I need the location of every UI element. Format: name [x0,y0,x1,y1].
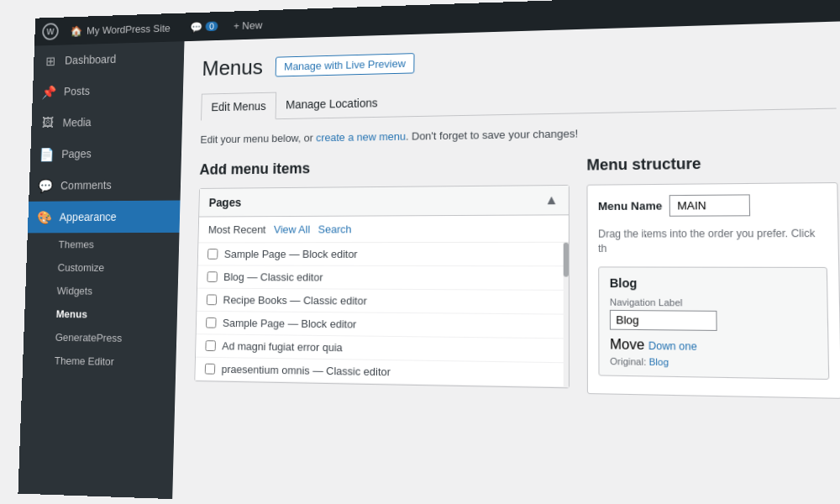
house-icon: 🏠 [70,24,82,36]
manage-preview-button[interactable]: Manage with Live Preview [276,53,415,76]
submenu-customize[interactable]: Customize [26,256,179,280]
dashboard-icon: ⊞ [43,53,58,69]
pages-box: Pages ▲ Most Recent View All Search [194,185,570,388]
menu-name-input[interactable] [669,194,750,216]
page-checkbox-6[interactable] [205,364,216,375]
menu-name-row: Menu Name [598,194,827,217]
page-checkbox-4[interactable] [206,318,217,328]
drag-hint-text: Drag the items into the order you prefer… [598,226,827,255]
page-item-label: Ad magni fugiat error quia [222,339,343,354]
new-item[interactable]: + New [234,18,263,31]
page-title: Menus [202,55,263,81]
content-area: Menus Manage with Live Preview Edit Menu… [172,21,840,504]
pages-filter: Most Recent View All Search [198,215,569,243]
nav-label-section: Navigation Label [610,297,816,332]
sidebar-menu: ⊞ Dashboard 📌 Posts 🖼 Media 📄 [28,41,185,233]
blog-item-title: Blog [610,276,816,291]
pages-box-header: Pages ▲ [199,186,569,218]
create-menu-link[interactable]: create a new menu [316,130,406,144]
page-item-label: Sample Page — Block editor [223,317,357,330]
pages-list: Sample Page — Block editor Blog — Classi… [195,243,569,388]
pages-box-arrow-icon[interactable]: ▲ [544,192,558,207]
left-column: Add menu items Pages ▲ Most Recent View … [194,157,570,394]
view-all-link[interactable]: View All [274,223,310,236]
submenu-themes[interactable]: Themes [27,233,180,256]
tab-edit-menus[interactable]: Edit Menus [201,92,276,121]
admin-bar-items: 💬 0 + New [190,18,262,33]
page-checkbox-5[interactable] [205,340,216,351]
description-prefix: Edit your menu below, or [200,132,316,146]
appearance-icon: 🎨 [37,209,52,225]
tab-manage-locations[interactable]: Manage Locations [276,90,388,119]
description-text: Edit your menu below, or create a new me… [200,123,837,145]
media-icon: 🖼 [40,115,55,131]
page-item-label: Blog — Classic editor [223,270,323,283]
admin-bar-site: 🏠 My WordPress Site [70,22,170,37]
nav-label-input[interactable] [610,309,717,330]
new-label: + New [234,18,263,31]
comments-icon: 💬 [38,178,53,194]
site-name-label[interactable]: My WordPress Site [87,22,171,36]
page-item-label: Sample Page — Block editor [224,248,358,260]
description-suffix: . Don't forget to save your changes! [406,127,578,142]
pages-icon: 📄 [39,146,54,162]
page-item-label: Recipe Books — Classic editor [223,294,366,307]
page-checkbox-1[interactable] [207,249,218,260]
nav-label-text: Navigation Label [610,297,816,308]
list-item: Blog — Classic editor [197,265,569,290]
comments-count: 0 [206,21,218,31]
page-checkbox-3[interactable] [207,294,217,305]
submenu-theme-editor[interactable]: Theme Editor [23,349,176,375]
menu-structure-title: Menu structure [586,154,837,175]
main-layout: ⊞ Dashboard 📌 Posts 🖼 Media 📄 [18,21,840,504]
add-menu-items-title: Add menu items [199,157,570,179]
move-row: Move Down one [610,337,816,355]
menu-name-label: Menu Name [598,199,662,213]
wp-logo-icon[interactable]: W [42,23,59,40]
most-recent-label: Most Recent [208,223,266,236]
posts-icon: 📌 [41,84,56,100]
move-label: Move [610,337,644,352]
sidebar: ⊞ Dashboard 📌 Posts 🖼 Media 📄 [18,41,184,499]
two-col-layout: Add menu items Pages ▲ Most Recent View … [194,154,840,399]
appearance-submenu: Themes Customize Widgets Menus GenerateP… [23,233,180,375]
page-item-label: praesentium omnis — Classic editor [221,363,390,378]
search-link[interactable]: Search [318,223,352,235]
pages-box-title: Pages [209,196,242,209]
comment-icon: 💬 [190,21,202,34]
menu-structure-box: Menu Name Drag the items into the order … [586,182,840,398]
blog-menu-item: Blog Navigation Label Move Down one [598,266,829,380]
sidebar-item-appearance[interactable]: 🎨 Appearance [28,201,181,234]
page-checkbox-2[interactable] [207,271,217,282]
comments-bar-item[interactable]: 💬 0 [190,20,218,33]
right-column: Menu structure Menu Name Drag the items … [586,154,840,399]
list-item: Sample Page — Block editor [198,243,569,267]
